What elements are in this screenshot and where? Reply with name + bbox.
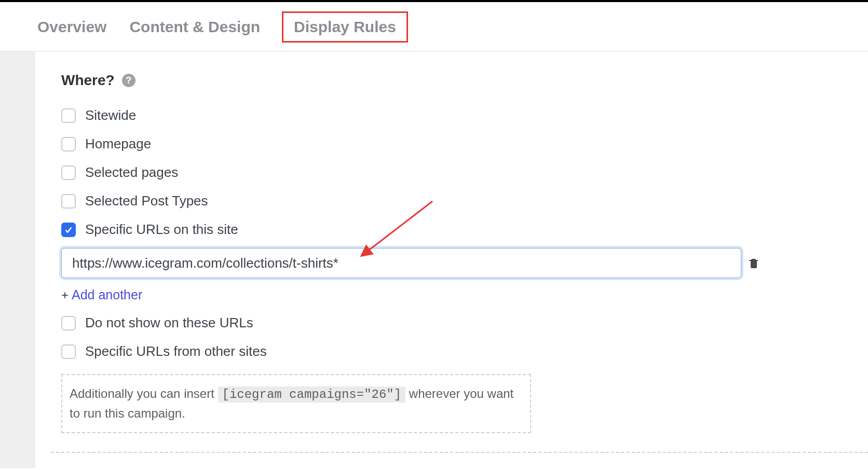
shortcode-code: [icegram campaigns="26"] [218, 386, 406, 403]
main-panel: Where? ? Sitewide Homepage Selecte [35, 51, 868, 468]
option-other-sites[interactable]: Specific URLs from other sites [61, 343, 842, 360]
add-another-button[interactable]: + Add another [61, 287, 842, 302]
shortcode-prefix: Additionally you can insert [70, 386, 218, 400]
plus-icon: + [61, 288, 69, 302]
option-homepage[interactable]: Homepage [61, 136, 842, 152]
specific-url-input[interactable] [61, 248, 741, 278]
option-label-specific-urls: Specific URLs on this site [85, 222, 238, 238]
option-label-selected-post-types: Selected Post Types [85, 193, 208, 209]
option-label-sitewide: Sitewide [85, 107, 136, 123]
tab-content-design[interactable]: Content & Design [128, 16, 261, 38]
checkbox-do-not-show[interactable] [61, 316, 76, 330]
option-specific-urls[interactable]: Specific URLs on this site [61, 222, 842, 238]
checkbox-other-sites[interactable] [61, 344, 76, 359]
option-label-homepage: Homepage [85, 136, 151, 152]
tabs-bar: Overview Content & Design Display Rules [0, 2, 868, 51]
shortcode-note: Additionally you can insert [icegram cam… [61, 374, 531, 433]
add-another-label: Add another [72, 287, 142, 302]
checkbox-sitewide[interactable] [61, 108, 76, 123]
url-input-block [61, 248, 842, 278]
checkbox-specific-urls[interactable] [61, 223, 76, 237]
option-selected-pages[interactable]: Selected pages [61, 164, 842, 181]
tab-overview[interactable]: Overview [36, 16, 107, 38]
checkbox-homepage[interactable] [61, 137, 76, 151]
section-title-where: Where? [61, 72, 115, 89]
checkbox-selected-pages[interactable] [61, 165, 76, 180]
option-do-not-show[interactable]: Do not show on these URLs [61, 315, 842, 331]
tab-display-rules[interactable]: Display Rules [282, 11, 408, 43]
section-divider [51, 452, 868, 453]
option-sitewide[interactable]: Sitewide [61, 107, 842, 123]
option-selected-post-types[interactable]: Selected Post Types [61, 193, 842, 209]
trash-icon[interactable] [748, 257, 760, 269]
option-label-other-sites: Specific URLs from other sites [85, 343, 267, 360]
left-gutter [0, 51, 35, 468]
option-label-do-not-show: Do not show on these URLs [85, 315, 253, 331]
checkbox-selected-post-types[interactable] [61, 194, 76, 209]
help-icon[interactable]: ? [122, 74, 135, 87]
option-label-selected-pages: Selected pages [85, 164, 178, 181]
